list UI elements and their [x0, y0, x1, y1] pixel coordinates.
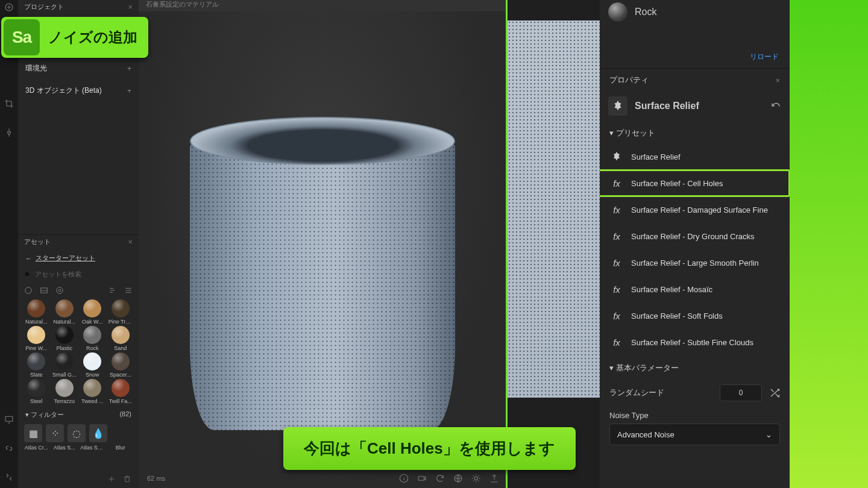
left-sidebar: プロジェクト × 環境光 + 3D オブジェクト (Beta) + アセット ×…: [18, 0, 139, 488]
screen-icon[interactable]: [4, 414, 14, 424]
light-icon[interactable]: [471, 474, 481, 483]
asset-swatch[interactable]: Pine Tre...: [107, 299, 134, 325]
preset-item[interactable]: fxSurface Relief - Soft Folds: [600, 302, 790, 329]
caption-overlay: 今回は「Cell Holes」を使用します: [283, 427, 576, 470]
render-time: 62 ms: [147, 475, 165, 482]
asset-swatch[interactable]: Natural...: [51, 299, 78, 325]
asset-swatch[interactable]: Plastic: [51, 326, 78, 351]
close-icon[interactable]: ×: [775, 76, 780, 85]
asset-swatch[interactable]: Rock: [79, 326, 106, 351]
params-header[interactable]: ▾ 基本パラメーター: [600, 355, 790, 378]
swatch-ball: [55, 379, 74, 397]
asset-grid: Natural...Natural...Oak W...Pine Tre...P…: [18, 299, 139, 404]
layer-thumb: [608, 2, 627, 22]
sort-icon[interactable]: [108, 286, 117, 295]
viewport-canvas[interactable]: 62 ms: [139, 11, 506, 488]
filter-thumb[interactable]: ◌: [68, 424, 86, 442]
swatch-label: Slate: [30, 372, 43, 378]
reload-link[interactable]: リロード: [600, 28, 790, 68]
pin-icon[interactable]: [4, 128, 14, 137]
viewport-3d[interactable]: 石膏系設定のマテリアル 62 ms: [139, 0, 506, 488]
refresh-icon[interactable]: [435, 474, 445, 483]
crop-icon[interactable]: [4, 99, 14, 108]
asset-view-tabs: [18, 284, 139, 299]
asset-swatch[interactable]: Tweed ...: [79, 379, 106, 404]
layer-label: Rock: [635, 7, 656, 17]
preset-label: Surface Relief - Damaged Surface Fine: [631, 205, 768, 214]
add-icon[interactable]: [4, 2, 14, 12]
preset-item[interactable]: fxSurface Relief - Damaged Surface Fine: [600, 196, 790, 223]
asset-swatch[interactable]: Oak W...: [79, 299, 106, 325]
fx-icon: fx: [609, 335, 624, 349]
asset-swatch[interactable]: Pine W...: [23, 326, 50, 351]
swatch-ball: [27, 352, 45, 371]
tab-materials-icon[interactable]: [24, 286, 33, 295]
filters-row: ▦⁘◌💧: [18, 422, 139, 442]
asset-swatch[interactable]: Slate: [23, 352, 50, 378]
swatch-ball: [27, 326, 45, 344]
asset-swatch[interactable]: Natural...: [23, 299, 50, 325]
layer-rock[interactable]: Rock: [600, 0, 790, 28]
presets-list: Surface RelieffxSurface Relief - Cell Ho…: [600, 143, 790, 355]
close-icon[interactable]: ×: [128, 2, 133, 11]
assets-back[interactable]: ← スターターアセット: [18, 250, 139, 267]
random-seed-label: ランダムシード: [609, 387, 664, 398]
camera-icon[interactable]: [417, 474, 427, 483]
asset-swatch[interactable]: Terrazzo: [51, 379, 78, 404]
preset-item[interactable]: fxSurface Relief - Dry Ground Cracks: [600, 223, 790, 249]
swatch-label: Terrazzo: [54, 398, 75, 404]
asset-swatch[interactable]: Spacer...: [107, 352, 134, 378]
random-seed-row: ランダムシード: [600, 378, 790, 407]
shuffle-icon[interactable]: [769, 387, 780, 398]
filters-title: フィルター: [31, 411, 64, 418]
filter-thumb[interactable]: 💧: [89, 424, 107, 442]
link-icon[interactable]: [4, 443, 14, 453]
plus-icon[interactable]: +: [127, 64, 131, 73]
filter-label: Atlas S...: [54, 445, 75, 451]
tab-images-icon[interactable]: [40, 286, 48, 295]
preset-item[interactable]: fxSurface Relief - Subtle Fine Clouds: [600, 329, 790, 355]
preset-label: Surface Relief - Mosaïc: [631, 285, 712, 294]
svg-point-5: [57, 287, 63, 294]
add-asset-icon[interactable]: [107, 475, 116, 483]
preset-item[interactable]: fxSurface Relief - Mosaïc: [600, 276, 790, 302]
asset-swatch[interactable]: Snow: [79, 352, 106, 378]
asset-swatch[interactable]: Sand: [107, 326, 134, 351]
noise-type-select[interactable]: Advanced Noise ⌄: [609, 424, 780, 445]
asset-swatch[interactable]: Small G...: [51, 352, 78, 378]
preset-item[interactable]: fxSurface Relief - Large Smooth Perlin: [600, 249, 790, 276]
swatch-label: Natural...: [25, 319, 48, 325]
preset-item[interactable]: Surface Relief: [600, 143, 790, 170]
info-icon[interactable]: [399, 474, 409, 483]
preview-2d[interactable]: [506, 0, 600, 488]
undo-icon[interactable]: [770, 101, 781, 111]
svg-rect-8: [418, 477, 424, 481]
plus-icon[interactable]: +: [127, 87, 131, 95]
swatch-ball: [83, 299, 101, 318]
swatch-ball: [55, 352, 74, 371]
swatch-label: Pine Tre...: [108, 319, 133, 325]
asset-swatch[interactable]: Steel: [23, 379, 50, 404]
swap-icon[interactable]: [4, 472, 14, 482]
asset-swatch[interactable]: Twill Fa...: [107, 379, 134, 404]
preset-label: Surface Relief: [631, 152, 681, 161]
filter-thumb[interactable]: ▦: [24, 424, 42, 442]
tree-item-envlight[interactable]: 環境光 +: [18, 57, 139, 80]
filter-thumb[interactable]: ⁘: [46, 424, 64, 442]
random-seed-input[interactable]: [720, 384, 762, 401]
tree-item-label: 環境光: [25, 63, 47, 74]
globe-icon[interactable]: [453, 474, 463, 483]
upload-icon[interactable]: [489, 474, 499, 483]
tab-target-icon[interactable]: [55, 286, 64, 295]
viewport-tab[interactable]: 石膏系設定のマテリアル: [139, 0, 506, 11]
delete-icon[interactable]: [123, 475, 131, 483]
assets-panel: アセット × ← スターターアセット アセットを検索 Natural...Nat…: [18, 234, 139, 488]
filters-header[interactable]: ▾ フィルター (82): [18, 404, 139, 422]
close-icon[interactable]: ×: [128, 237, 133, 246]
list-icon[interactable]: [124, 286, 133, 295]
presets-header[interactable]: ▾ プリセット: [600, 120, 790, 143]
swatch-ball: [83, 352, 101, 371]
tree-item-3dobject[interactable]: 3D オブジェクト (Beta) +: [18, 80, 139, 102]
search-input[interactable]: アセットを検索: [24, 270, 133, 279]
preset-item[interactable]: fxSurface Relief - Cell Holes: [593, 170, 790, 196]
